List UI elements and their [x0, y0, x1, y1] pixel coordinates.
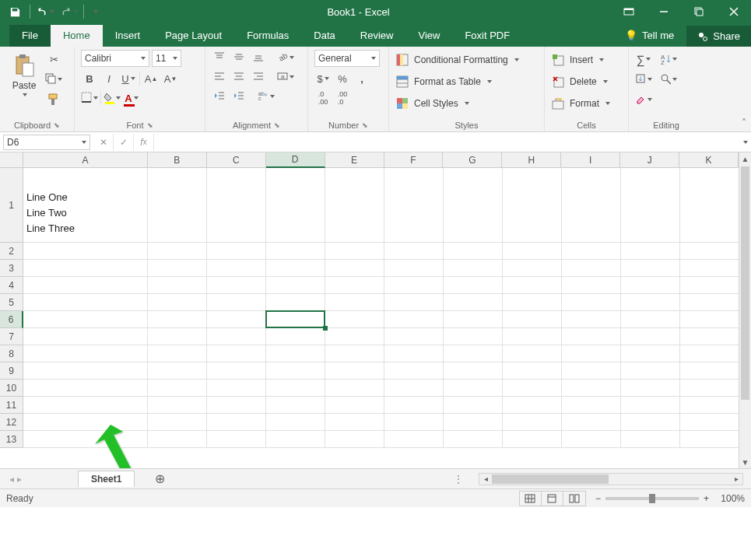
row-header-12[interactable]: 12 — [0, 414, 23, 431]
cell-B13[interactable] — [148, 431, 207, 448]
cell-I1[interactable] — [562, 168, 621, 243]
column-header-I[interactable]: I — [561, 152, 620, 168]
cell-F7[interactable] — [384, 328, 444, 345]
qat-undo[interactable] — [35, 2, 55, 22]
row-header-13[interactable]: 13 — [0, 431, 23, 448]
cell-C13[interactable] — [207, 431, 266, 448]
orientation-button[interactable]: ab — [277, 50, 294, 65]
cell-G2[interactable] — [444, 243, 503, 260]
cell-F2[interactable] — [384, 243, 444, 260]
cell-D8[interactable] — [266, 345, 325, 362]
column-header-B[interactable]: B — [148, 152, 207, 168]
cell-E2[interactable] — [325, 243, 384, 260]
cell-H2[interactable] — [503, 243, 562, 260]
cell-J13[interactable] — [621, 431, 680, 448]
tab-file[interactable]: File — [9, 25, 51, 47]
cell-E10[interactable] — [325, 380, 384, 397]
clear-button[interactable] — [635, 92, 652, 107]
normal-view-button[interactable] — [520, 492, 542, 506]
comma-format-button[interactable]: , — [353, 71, 370, 86]
cell-D13[interactable] — [266, 431, 325, 448]
cell-H7[interactable] — [503, 328, 562, 345]
cell-H9[interactable] — [503, 362, 562, 380]
cell-B4[interactable] — [148, 277, 207, 294]
cell-F10[interactable] — [384, 380, 444, 397]
cell-J6[interactable] — [621, 311, 680, 328]
qat-redo[interactable] — [58, 2, 79, 22]
cell-F8[interactable] — [384, 345, 444, 362]
tellme[interactable]: 💡Tell me — [612, 25, 686, 47]
cell-E12[interactable] — [325, 414, 384, 431]
cell-C7[interactable] — [207, 328, 266, 345]
tab-foxit-pdf[interactable]: Foxit PDF — [452, 25, 522, 47]
merge-center-button[interactable]: a — [277, 69, 294, 85]
cell-D9[interactable] — [266, 362, 325, 380]
align-middle-button[interactable] — [231, 50, 248, 65]
column-header-A[interactable]: A — [23, 152, 148, 168]
qat-customize[interactable] — [89, 2, 101, 22]
number-launcher[interactable]: ⬊ — [362, 121, 368, 129]
cell-G1[interactable] — [444, 168, 503, 243]
zoom-out-button[interactable]: − — [595, 493, 601, 504]
cell-E9[interactable] — [325, 362, 384, 380]
cell-E4[interactable] — [325, 277, 384, 294]
zoom-in-button[interactable]: + — [704, 493, 709, 504]
italic-button[interactable]: I — [100, 71, 118, 86]
cell-D1[interactable] — [266, 168, 325, 243]
cell-I9[interactable] — [562, 362, 621, 380]
row-header-10[interactable]: 10 — [0, 380, 23, 397]
cell-K2[interactable] — [680, 243, 739, 260]
row-header-9[interactable]: 9 — [0, 362, 23, 380]
cell-B8[interactable] — [148, 345, 207, 362]
cell-K11[interactable] — [680, 397, 739, 414]
cell-G4[interactable] — [444, 277, 503, 294]
page-break-view-button[interactable] — [563, 492, 585, 506]
align-right-button[interactable] — [251, 69, 268, 85]
enter-formula-button[interactable]: ✓ — [114, 134, 134, 151]
font-name-select[interactable]: Calibri — [81, 50, 149, 67]
cell-F3[interactable] — [384, 260, 444, 277]
cell-B3[interactable] — [148, 260, 207, 277]
cell-B7[interactable] — [148, 328, 207, 345]
tab-formulas[interactable]: Formulas — [234, 25, 301, 47]
cell-A13[interactable] — [23, 431, 148, 448]
align-top-button[interactable] — [212, 50, 229, 65]
cell-B10[interactable] — [148, 380, 207, 397]
tab-review[interactable]: Review — [348, 25, 406, 47]
cell-I6[interactable] — [562, 311, 621, 328]
zoom-level[interactable]: 100% — [714, 493, 745, 504]
cell-I7[interactable] — [562, 328, 621, 345]
add-sheet-button[interactable]: ⊕ — [149, 471, 170, 486]
align-bottom-button[interactable] — [251, 50, 268, 65]
cell-C9[interactable] — [207, 362, 266, 380]
cell-H12[interactable] — [503, 414, 562, 431]
row-header-7[interactable]: 7 — [0, 328, 23, 345]
column-header-C[interactable]: C — [207, 152, 266, 168]
column-header-H[interactable]: H — [502, 152, 561, 168]
cell-H6[interactable] — [503, 311, 562, 328]
cell-J3[interactable] — [621, 260, 680, 277]
column-header-J[interactable]: J — [620, 152, 679, 168]
formula-bar-input[interactable] — [154, 135, 739, 150]
tab-data[interactable]: Data — [301, 25, 347, 47]
maximize-button[interactable] — [681, 0, 716, 23]
cell-D4[interactable] — [266, 277, 325, 294]
cell-G9[interactable] — [444, 362, 503, 380]
percent-format-button[interactable]: % — [334, 71, 351, 86]
cell-E11[interactable] — [325, 397, 384, 414]
fill-color-button[interactable] — [104, 90, 121, 106]
align-center-button[interactable] — [231, 69, 248, 85]
row-header-6[interactable]: 6 — [0, 311, 23, 328]
format-painter-button[interactable] — [45, 92, 62, 107]
cell-A9[interactable] — [23, 362, 148, 380]
cell-F11[interactable] — [384, 397, 444, 414]
vertical-scrollbar[interactable]: ▲ ▼ — [739, 152, 751, 468]
cell-H5[interactable] — [503, 294, 562, 311]
cell-K7[interactable] — [680, 328, 739, 345]
conditional-formatting-button[interactable]: Conditional Formatting — [395, 51, 519, 68]
vscroll-thumb[interactable] — [741, 166, 749, 400]
cell-K9[interactable] — [680, 362, 739, 380]
sort-filter-button[interactable]: AZ — [660, 51, 677, 67]
cell-A1[interactable]: Line One Line Two Line Three — [23, 168, 148, 243]
column-header-G[interactable]: G — [443, 152, 502, 168]
